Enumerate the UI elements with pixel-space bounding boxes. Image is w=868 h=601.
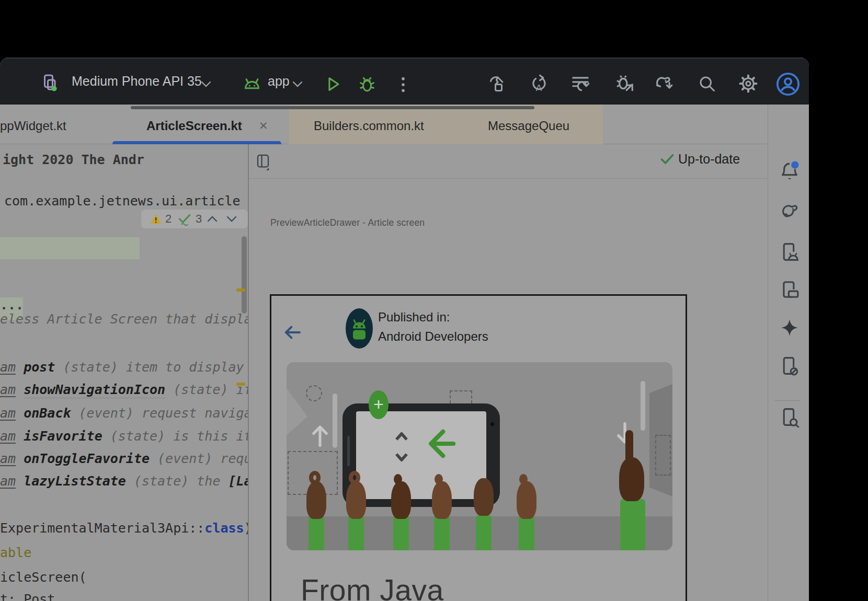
passed-count: 3 xyxy=(196,212,202,226)
published-in-label: Published in: xyxy=(378,310,450,325)
tool-window-sidebar xyxy=(768,105,809,601)
apply-changes-icon[interactable]: A xyxy=(529,73,549,94)
code-line: eless Article Screen that displays a xyxy=(0,311,248,327)
warning-count: 2 xyxy=(165,212,172,226)
hand xyxy=(432,481,452,519)
code-line: ExperimentalMaterial3Api::class) xyxy=(0,521,248,536)
attach-debugger-icon[interactable] xyxy=(615,74,635,94)
run-config-selector[interactable]: app xyxy=(268,74,290,89)
publisher-name: Android Developers xyxy=(378,329,488,344)
code-line: am post (state) item to display xyxy=(0,360,244,375)
preview-layout-mode-icon[interactable] xyxy=(255,153,271,171)
code-line: am isFavorite (state) is this it xyxy=(0,429,248,444)
preview-toolbar: Up-to-date xyxy=(249,144,767,179)
main-toolbar: Medium Phone API 35 app xyxy=(0,57,809,105)
logcat-icon[interactable] xyxy=(780,241,800,262)
android-icon xyxy=(242,75,262,93)
editor-tab-bar: ppWidget.kt ArticleScreen.kt ✕ Builders.… xyxy=(0,105,767,144)
hand-sleeve xyxy=(393,515,409,550)
hand-sleeve xyxy=(476,515,492,550)
hand-sleeve xyxy=(620,499,645,550)
warning-icon xyxy=(150,213,162,225)
device-manager-icon[interactable] xyxy=(780,280,800,299)
code-line: com.example.jetnews.ui.article xyxy=(4,193,241,209)
code-line: am onBack (event) request navigat xyxy=(0,406,248,421)
code-line: ight 2020 The Andr xyxy=(3,152,144,167)
tab-articlescreen[interactable]: ArticleScreen.kt xyxy=(146,119,242,133)
back-arrow-icon[interactable] xyxy=(284,325,302,340)
code-line: am onToggleFavorite (event) requ xyxy=(0,451,248,466)
hero-decoration xyxy=(641,381,645,431)
hand-sleeve xyxy=(434,515,450,550)
up-arrow-icon xyxy=(310,424,330,448)
plus-badge: + xyxy=(369,390,389,419)
preview-status: Up-to-date xyxy=(678,152,740,167)
dashed-rect xyxy=(655,435,671,476)
code-line: able xyxy=(0,545,31,560)
gemini-icon[interactable] xyxy=(780,318,800,338)
article-preview-card[interactable]: Published in: Android Developers xyxy=(270,294,687,601)
hand-sleeve xyxy=(519,515,534,550)
code-editor-pane[interactable]: ... ight 2020 The Andrcom.example.jetnew… xyxy=(0,144,248,601)
next-issue-icon[interactable] xyxy=(226,215,237,223)
settings-icon[interactable] xyxy=(738,73,758,94)
folded-comment-highlight xyxy=(0,237,140,259)
close-icon[interactable]: ✕ xyxy=(259,120,268,132)
run-button[interactable] xyxy=(324,75,342,94)
warning-stripe-mark[interactable] xyxy=(236,288,245,292)
more-options-button[interactable] xyxy=(399,76,407,94)
android-studio-window: Medium Phone API 35 app xyxy=(0,57,809,601)
code-line: t: Post. xyxy=(0,592,63,601)
hero-decoration xyxy=(333,394,337,448)
dashed-circle xyxy=(306,385,322,401)
device-phone-icon[interactable] xyxy=(41,73,60,93)
chevron-down-icon[interactable] xyxy=(200,80,212,88)
tab-messagequeue[interactable]: MessageQueu xyxy=(488,119,569,133)
sidebar-separator xyxy=(774,400,801,401)
chevron-down-icon[interactable] xyxy=(292,80,303,88)
editor-scrollbar[interactable] xyxy=(242,236,247,314)
build-icon[interactable] xyxy=(488,74,507,94)
tab-appwidget[interactable]: ppWidget.kt xyxy=(0,119,66,133)
warning-stripe-mark[interactable] xyxy=(236,383,245,386)
app-insights-icon[interactable] xyxy=(780,407,800,427)
tab-builders-common[interactable]: Builders.common.kt xyxy=(314,119,424,133)
notifications-bell-icon[interactable] xyxy=(780,161,800,183)
code-line: am lazyListState (state) the [La xyxy=(0,473,248,489)
hand xyxy=(346,481,366,519)
checks-passed-icon xyxy=(177,213,193,226)
inspection-widget[interactable]: 2 3 xyxy=(141,210,248,228)
up-down-chevrons xyxy=(394,431,409,463)
check-icon xyxy=(660,153,675,166)
code-line: icleScreen( xyxy=(0,570,87,585)
code-line: am showNavigationIcon (state) if xyxy=(0,382,248,397)
gradle-icon[interactable] xyxy=(780,201,801,220)
hand xyxy=(517,481,536,519)
hand xyxy=(474,478,494,516)
hero-decoration xyxy=(287,388,307,435)
gradle-sync-icon[interactable] xyxy=(653,74,675,94)
android-developers-avatar xyxy=(346,308,373,349)
search-icon[interactable] xyxy=(698,74,716,94)
preview-composable-label[interactable]: PreviewArticleDrawer - Article screen xyxy=(270,217,425,228)
profile-avatar[interactable] xyxy=(776,72,800,96)
tab-horizontal-scrollbar[interactable] xyxy=(131,106,534,109)
tab-label-fade xyxy=(567,113,603,139)
running-devices-icon[interactable] xyxy=(780,355,800,376)
debug-button[interactable] xyxy=(358,74,376,94)
article-title-line1: From Java xyxy=(301,573,444,601)
device-selector[interactable]: Medium Phone API 35 xyxy=(72,74,202,89)
svg-text:A: A xyxy=(536,83,542,93)
hand xyxy=(619,457,644,501)
hand xyxy=(391,481,411,519)
article-hero-image: + xyxy=(287,362,672,550)
hand xyxy=(306,481,326,519)
green-left-arrow xyxy=(427,425,456,462)
prev-issue-icon[interactable] xyxy=(207,215,218,223)
hand-sleeve xyxy=(348,515,364,550)
compose-preview-pane: Up-to-date PreviewArticleDrawer - Articl… xyxy=(249,144,767,601)
hand-sleeve xyxy=(309,515,324,550)
apply-code-changes-icon[interactable] xyxy=(570,74,590,94)
